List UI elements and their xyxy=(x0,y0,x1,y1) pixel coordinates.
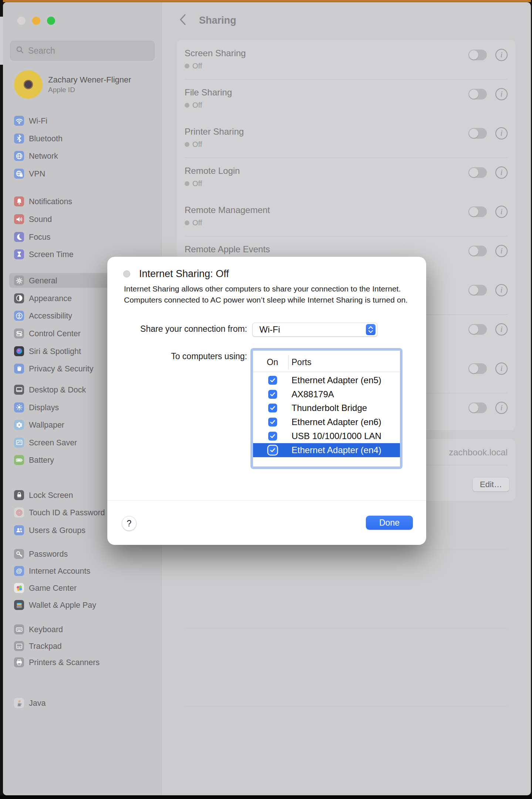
sidebar-item-label: Wi-Fi xyxy=(29,117,47,126)
service-row-printer-sharing: Printer SharingOffi xyxy=(177,118,515,158)
avatar[interactable] xyxy=(14,70,43,99)
sidebar-item-internet-accounts[interactable]: @Internet Accounts xyxy=(3,563,162,578)
sidebar-item-keyboard[interactable]: Keyboard xyxy=(3,622,162,637)
port-row-ethernet-adapter-en4-[interactable]: Ethernet Adapter (en4) xyxy=(253,443,400,457)
info-icon[interactable]: i xyxy=(495,127,508,139)
sidebar-item-label: Game Center xyxy=(29,584,77,593)
sidebar-item-bluetooth[interactable]: Bluetooth xyxy=(3,131,162,146)
info-icon[interactable]: i xyxy=(495,166,508,179)
sidebar-item-notifications[interactable]: Notifications xyxy=(3,194,162,209)
desktop-bottom-edge xyxy=(0,795,532,799)
sidebar-item-wi-fi[interactable]: Wi-Fi xyxy=(3,113,162,128)
sidebar-item-label: Battery xyxy=(29,456,54,465)
globe-icon xyxy=(14,151,24,161)
sidebar-item-wallet-apple-pay[interactable]: Wallet & Apple Pay xyxy=(3,597,162,612)
port-row-ethernet-adapter-en5-[interactable]: Ethernet Adapter (en5) xyxy=(253,373,400,387)
apple-id-label: Apple ID xyxy=(48,86,75,94)
port-checkbox-checked[interactable] xyxy=(268,404,277,412)
share-from-select[interactable]: Wi-Fi xyxy=(252,323,377,337)
service-toggle[interactable] xyxy=(468,128,487,139)
service-toggle[interactable] xyxy=(468,167,487,178)
toggle-knob xyxy=(469,50,478,60)
sidebar-item-vpn[interactable]: VPN xyxy=(3,166,162,181)
sidebar-item-label: Passwords xyxy=(29,550,68,559)
sidebar-item-label: Wallet & Apple Pay xyxy=(29,601,96,610)
sidebar-item-label: Trackpad xyxy=(29,642,62,651)
sidebar-item-focus[interactable]: Focus xyxy=(3,229,162,244)
status-dot-icon xyxy=(185,220,189,225)
info-icon[interactable]: i xyxy=(495,363,508,375)
appearance-icon xyxy=(14,293,24,303)
sidebar-item-sound[interactable]: Sound xyxy=(3,212,162,226)
info-icon[interactable]: i xyxy=(495,49,508,61)
bluetooth-icon xyxy=(14,134,24,144)
sidebar-item-network[interactable]: Network xyxy=(3,148,162,163)
desktop-icon xyxy=(14,385,24,395)
info-icon[interactable]: i xyxy=(495,284,508,296)
port-checkbox-checked[interactable] xyxy=(268,432,277,441)
port-row-ethernet-adapter-en6-[interactable]: Ethernet Adapter (en6) xyxy=(253,415,400,429)
service-toggle[interactable] xyxy=(468,50,487,60)
search-field[interactable] xyxy=(10,41,155,61)
service-toggle[interactable] xyxy=(468,89,487,100)
info-icon[interactable]: i xyxy=(495,88,508,100)
service-toggle[interactable] xyxy=(468,246,487,256)
hourglass-icon xyxy=(14,249,24,259)
column-divider xyxy=(288,355,289,369)
sidebar-item-game-center[interactable]: Game Center xyxy=(3,580,162,595)
search-input[interactable] xyxy=(28,46,139,56)
service-toggle[interactable] xyxy=(468,402,487,413)
sidebar-item-printers-scanners[interactable]: Printers & Scanners xyxy=(3,655,162,670)
back-button[interactable] xyxy=(178,13,192,27)
port-checkbox-checked[interactable] xyxy=(268,446,277,455)
ports-listbox[interactable]: On Ports Ethernet Adapter (en5)AX88179AT… xyxy=(253,350,400,467)
system-settings-window: Zachary Wener-Fligner Apple ID Wi-FiBlue… xyxy=(3,2,531,795)
select-stepper-icon xyxy=(366,324,376,335)
sidebar-item-passwords[interactable]: Passwords xyxy=(3,546,162,561)
minimize-window-button[interactable] xyxy=(32,17,40,25)
service-title: Printer Sharing xyxy=(185,127,244,137)
service-toggle[interactable] xyxy=(468,324,487,335)
wifi-icon xyxy=(14,116,24,126)
port-label: Ethernet Adapter (en6) xyxy=(292,417,381,427)
hand-icon xyxy=(14,364,24,374)
info-icon[interactable]: i xyxy=(495,245,508,257)
printer-icon xyxy=(14,657,24,667)
sun-icon xyxy=(14,402,24,412)
status-dot-icon xyxy=(185,64,189,68)
port-row-usb-10-100-1000-lan[interactable]: USB 10/100/1000 LAN xyxy=(253,429,400,443)
sidebar-item-java[interactable]: Java xyxy=(3,695,162,710)
dialog-help-button[interactable]: ? xyxy=(122,516,137,531)
info-icon[interactable]: i xyxy=(495,323,508,336)
sidebar-item-label: Desktop & Dock xyxy=(29,385,86,395)
port-row-ax88179a[interactable]: AX88179A xyxy=(253,387,400,401)
sidebar-item-label: Focus xyxy=(29,233,51,242)
sidebar-item-label: Lock Screen xyxy=(29,491,73,500)
sidebar-item-trackpad[interactable]: Trackpad xyxy=(3,638,162,653)
port-label: Ethernet Adapter (en4) xyxy=(292,445,381,455)
info-icon[interactable]: i xyxy=(495,206,508,218)
service-toggle[interactable] xyxy=(468,363,487,374)
local-hostname-value: zachbook.local xyxy=(449,447,508,458)
internet-sharing-status-indicator xyxy=(123,270,130,277)
service-title: Remote Management xyxy=(185,205,270,215)
port-checkbox-checked[interactable] xyxy=(268,418,277,427)
sidebar-item-label: Screen Saver xyxy=(29,438,77,448)
service-toggle[interactable] xyxy=(468,206,487,217)
at-icon: @ xyxy=(14,566,24,576)
internet-sharing-dialog: Internet Sharing: Off Internet Sharing a… xyxy=(107,257,426,545)
keyboard-icon xyxy=(14,624,24,634)
sidebar-item-label: Network xyxy=(29,152,58,161)
status-dot-icon xyxy=(185,181,189,186)
port-checkbox-checked[interactable] xyxy=(268,376,277,385)
share-from-label: Share your connection from: xyxy=(107,324,247,334)
zoom-window-button[interactable] xyxy=(47,17,55,25)
sidebar-item-label: Notifications xyxy=(29,197,72,206)
info-icon[interactable]: i xyxy=(495,402,508,414)
edit-hostname-button[interactable]: Edit… xyxy=(472,477,509,492)
done-button[interactable]: Done xyxy=(366,516,413,530)
port-row-thunderbolt-bridge[interactable]: Thunderbolt Bridge xyxy=(253,401,400,415)
service-toggle[interactable] xyxy=(468,285,487,296)
close-window-button[interactable] xyxy=(17,17,26,25)
port-checkbox-checked[interactable] xyxy=(268,390,277,399)
